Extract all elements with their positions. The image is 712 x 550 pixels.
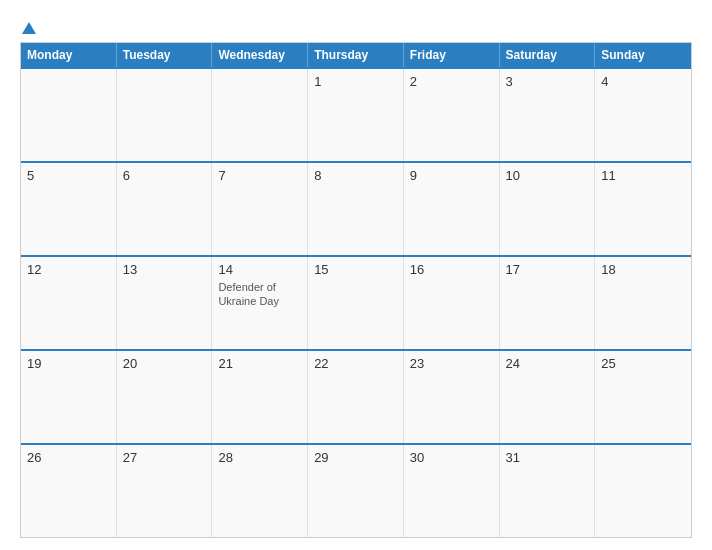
calendar-cell: 15 xyxy=(308,257,404,349)
calendar-cell: 13 xyxy=(117,257,213,349)
day-number: 11 xyxy=(601,168,685,183)
day-number: 9 xyxy=(410,168,493,183)
day-number: 17 xyxy=(506,262,589,277)
header-day-thursday: Thursday xyxy=(308,43,404,67)
day-number: 5 xyxy=(27,168,110,183)
calendar-cell: 4 xyxy=(595,69,691,161)
calendar-cell: 2 xyxy=(404,69,500,161)
day-number: 23 xyxy=(410,356,493,371)
calendar-cell: 16 xyxy=(404,257,500,349)
calendar-cell: 27 xyxy=(117,445,213,537)
calendar-cell: 25 xyxy=(595,351,691,443)
day-number: 26 xyxy=(27,450,110,465)
calendar-row-1: 1234 xyxy=(21,67,691,161)
day-number: 31 xyxy=(506,450,589,465)
calendar: MondayTuesdayWednesdayThursdayFridaySatu… xyxy=(20,42,692,538)
day-number: 10 xyxy=(506,168,589,183)
header-day-sunday: Sunday xyxy=(595,43,691,67)
day-number: 6 xyxy=(123,168,206,183)
calendar-cell: 19 xyxy=(21,351,117,443)
day-number: 14 xyxy=(218,262,301,277)
day-number: 12 xyxy=(27,262,110,277)
day-number: 8 xyxy=(314,168,397,183)
day-number: 4 xyxy=(601,74,685,89)
calendar-cell: 21 xyxy=(212,351,308,443)
calendar-cell: 24 xyxy=(500,351,596,443)
calendar-cell: 5 xyxy=(21,163,117,255)
calendar-cell: 14Defender of Ukraine Day xyxy=(212,257,308,349)
calendar-row-3: 121314Defender of Ukraine Day15161718 xyxy=(21,255,691,349)
logo-top xyxy=(20,18,36,36)
header-day-tuesday: Tuesday xyxy=(117,43,213,67)
calendar-cell: 22 xyxy=(308,351,404,443)
calendar-row-2: 567891011 xyxy=(21,161,691,255)
calendar-cell: 8 xyxy=(308,163,404,255)
calendar-body: 1234567891011121314Defender of Ukraine D… xyxy=(21,67,691,537)
day-number: 20 xyxy=(123,356,206,371)
day-number: 25 xyxy=(601,356,685,371)
day-number: 28 xyxy=(218,450,301,465)
calendar-cell xyxy=(212,69,308,161)
calendar-cell: 3 xyxy=(500,69,596,161)
calendar-cell: 17 xyxy=(500,257,596,349)
day-number: 16 xyxy=(410,262,493,277)
calendar-cell: 30 xyxy=(404,445,500,537)
calendar-cell: 29 xyxy=(308,445,404,537)
calendar-cell xyxy=(117,69,213,161)
day-number: 3 xyxy=(506,74,589,89)
logo xyxy=(20,18,36,36)
calendar-cell: 11 xyxy=(595,163,691,255)
day-number: 30 xyxy=(410,450,493,465)
day-number: 27 xyxy=(123,450,206,465)
calendar-cell: 18 xyxy=(595,257,691,349)
calendar-cell xyxy=(21,69,117,161)
day-number: 18 xyxy=(601,262,685,277)
calendar-cell: 28 xyxy=(212,445,308,537)
event-label: Defender of Ukraine Day xyxy=(218,280,301,309)
day-number: 13 xyxy=(123,262,206,277)
day-number: 15 xyxy=(314,262,397,277)
header-day-monday: Monday xyxy=(21,43,117,67)
calendar-cell: 26 xyxy=(21,445,117,537)
calendar-cell: 10 xyxy=(500,163,596,255)
calendar-cell: 9 xyxy=(404,163,500,255)
day-number: 22 xyxy=(314,356,397,371)
day-number: 7 xyxy=(218,168,301,183)
day-number: 24 xyxy=(506,356,589,371)
calendar-row-4: 19202122232425 xyxy=(21,349,691,443)
header-day-saturday: Saturday xyxy=(500,43,596,67)
calendar-header: MondayTuesdayWednesdayThursdayFridaySatu… xyxy=(21,43,691,67)
calendar-cell: 20 xyxy=(117,351,213,443)
calendar-cell: 7 xyxy=(212,163,308,255)
header-day-friday: Friday xyxy=(404,43,500,67)
day-number: 19 xyxy=(27,356,110,371)
header xyxy=(20,18,692,36)
calendar-cell: 23 xyxy=(404,351,500,443)
calendar-row-5: 262728293031 xyxy=(21,443,691,537)
page: MondayTuesdayWednesdayThursdayFridaySatu… xyxy=(0,0,712,550)
day-number: 29 xyxy=(314,450,397,465)
day-number: 2 xyxy=(410,74,493,89)
day-number: 1 xyxy=(314,74,397,89)
calendar-cell: 6 xyxy=(117,163,213,255)
calendar-cell: 1 xyxy=(308,69,404,161)
calendar-cell: 31 xyxy=(500,445,596,537)
calendar-cell: 12 xyxy=(21,257,117,349)
header-day-wednesday: Wednesday xyxy=(212,43,308,67)
day-number: 21 xyxy=(218,356,301,371)
logo-triangle-icon xyxy=(22,22,36,34)
calendar-cell xyxy=(595,445,691,537)
